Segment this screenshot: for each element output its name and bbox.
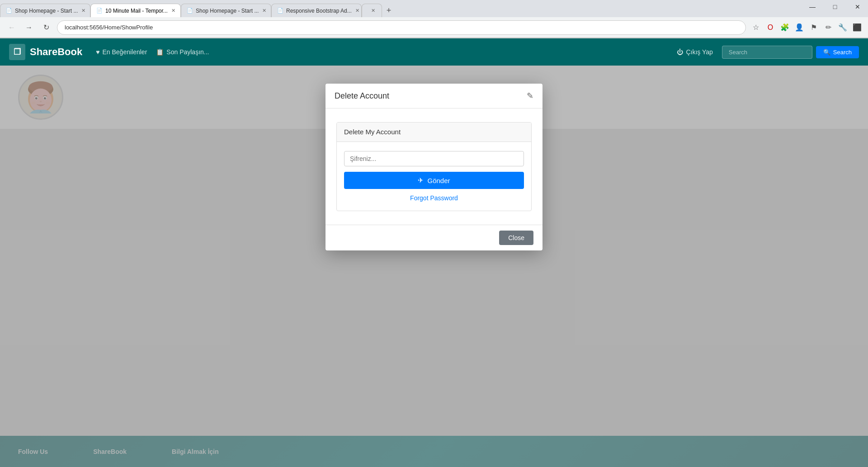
delete-card-header: Delete My Account <box>337 123 531 142</box>
minimize-button[interactable]: — <box>802 0 823 17</box>
tab-icon-4: 📄 <box>277 8 283 14</box>
tab-shop-homepage-2[interactable]: 📄 Shop Homepage - Start ... ✕ <box>181 4 271 17</box>
delete-account-modal: Delete Account ✎ Delete My Account ✈ <box>326 84 542 250</box>
brand-name: ShareBook <box>30 46 82 58</box>
tab-10min-mail[interactable]: 📄 10 Minute Mail - Tempor... ✕ <box>90 4 181 17</box>
back-button[interactable]: ← <box>5 21 18 34</box>
navbar: ❐ ShareBook ♥ En Beğenilenler 📋 Son Payl… <box>0 38 868 66</box>
extensions-icon[interactable]: 🧩 <box>779 22 790 33</box>
browser-chrome: 📄 Shop Homepage - Start ... ✕ 📄 10 Minut… <box>0 0 868 38</box>
search-button[interactable]: 🔍 Search <box>816 46 859 58</box>
address-input[interactable] <box>57 20 746 35</box>
tab-title-3: Shop Homepage - Start ... <box>196 8 259 14</box>
password-input[interactable] <box>344 151 524 166</box>
tab-icon-3: 📄 <box>187 8 193 14</box>
pen-icon[interactable]: ✏ <box>823 22 834 33</box>
modal-title: Delete Account <box>335 91 389 101</box>
favorites-label: En Beğenilenler <box>102 48 147 56</box>
forgot-password-link[interactable]: Forgot Password <box>344 194 524 202</box>
tab-title-2: 10 Minute Mail - Tempor... <box>105 8 168 14</box>
nav-logout[interactable]: ⏻ Çıkış Yap <box>677 48 712 56</box>
site-wrapper: ❐ ShareBook ♥ En Beğenilenler 📋 Son Payl… <box>0 38 868 467</box>
search-icon: 🔍 <box>823 49 830 56</box>
modal-close-icon[interactable]: ✎ <box>527 91 533 101</box>
brand-icon: ❐ <box>9 44 25 60</box>
forward-button[interactable]: → <box>23 21 35 34</box>
search-label: Search <box>833 49 852 56</box>
favorites-icon: ♥ <box>96 48 99 56</box>
tab-close-5[interactable]: ✕ <box>370 7 376 14</box>
nav-recent[interactable]: 📋 Son Paylaşın... <box>156 48 209 56</box>
tab-empty[interactable]: ✕ <box>362 4 382 17</box>
delete-card-body: ✈ Gönder Forgot Password <box>337 142 531 211</box>
modal-overlay: Delete Account ✎ Delete My Account ✈ <box>0 66 868 467</box>
tab-icon-2: 📄 <box>96 8 103 14</box>
tab-title-1: Shop Homepage - Start ... <box>15 8 78 14</box>
tab-close-3[interactable]: ✕ <box>261 7 267 14</box>
tab-close-4[interactable]: ✕ <box>354 7 360 14</box>
submit-label: Gönder <box>427 177 450 184</box>
nav-search: 🔍 Search <box>722 46 859 59</box>
submit-button[interactable]: ✈ Gönder <box>344 172 524 189</box>
logout-label: Çıkış Yap <box>686 48 712 56</box>
tab-icon-1: 📄 <box>6 8 12 14</box>
nav-favorites[interactable]: ♥ En Beğenilenler <box>96 48 147 56</box>
delete-card-title: Delete My Account <box>344 128 401 136</box>
delete-card: Delete My Account ✈ Gönder Forgot Passwo… <box>336 122 532 211</box>
tab-shop-homepage-1[interactable]: 📄 Shop Homepage - Start ... ✕ <box>0 4 90 17</box>
recent-label: Son Paylaşın... <box>166 48 209 56</box>
modal-footer: Close <box>326 225 542 250</box>
opera-icon[interactable]: O <box>765 22 776 33</box>
search-input[interactable] <box>722 46 812 59</box>
tab-responsive-bootstrap[interactable]: 📄 Responsive Bootstrap Ad... ✕ <box>271 4 362 17</box>
bookmark-icon[interactable]: ☆ <box>750 22 761 33</box>
tab-title-4: Responsive Bootstrap Ad... <box>286 8 352 14</box>
tab-bar: 📄 Shop Homepage - Start ... ✕ 📄 10 Minut… <box>0 0 868 17</box>
flags-icon[interactable]: ⚑ <box>808 22 819 33</box>
browser-actions: ☆ O 🧩 👤 ⚑ ✏ 🔧 ⬛ <box>750 22 863 33</box>
page-content: Delete Account ✎ Delete My Account ✈ <box>0 66 868 467</box>
tab-close-2[interactable]: ✕ <box>170 7 176 14</box>
nav-links: ♥ En Beğenilenler 📋 Son Paylaşın... ⏻ Çı… <box>96 46 859 59</box>
window-controls: — □ ✕ <box>802 0 868 17</box>
modal-header: Delete Account ✎ <box>326 84 542 108</box>
profile-icon[interactable]: 👤 <box>794 22 805 33</box>
close-button[interactable]: ✕ <box>847 0 868 17</box>
recent-icon: 📋 <box>156 48 164 56</box>
reload-button[interactable]: ↻ <box>40 21 52 34</box>
close-modal-button[interactable]: Close <box>499 231 533 245</box>
new-tab-button[interactable]: + <box>382 4 396 17</box>
tab-close-1[interactable]: ✕ <box>80 7 86 14</box>
extension2-icon[interactable]: 🔧 <box>837 22 848 33</box>
address-bar: ← → ↻ ☆ O 🧩 👤 ⚑ ✏ 🔧 ⬛ <box>0 17 868 38</box>
navbar-brand[interactable]: ❐ ShareBook <box>9 44 82 60</box>
modal-body: Delete My Account ✈ Gönder Forgot Passwo… <box>326 108 542 225</box>
extension3-icon[interactable]: ⬛ <box>852 22 863 33</box>
maximize-button[interactable]: □ <box>825 0 845 17</box>
send-icon: ✈ <box>418 176 424 184</box>
logout-icon: ⏻ <box>677 48 683 56</box>
